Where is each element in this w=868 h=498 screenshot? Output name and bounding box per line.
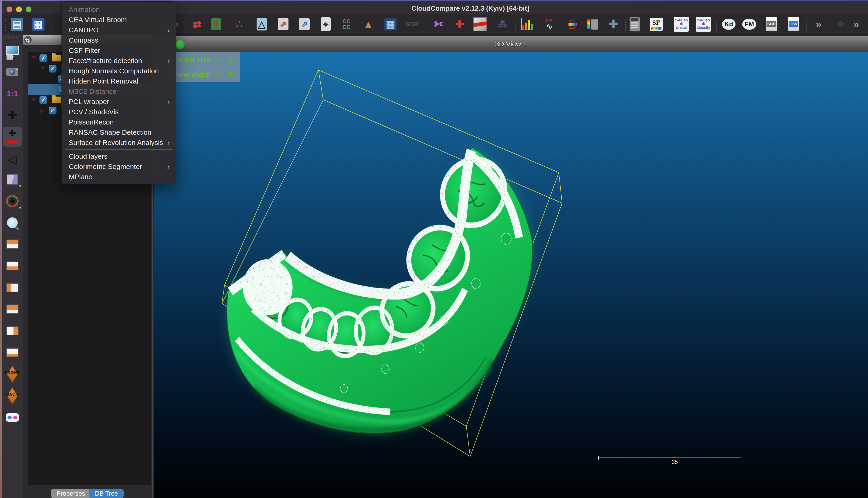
view-settings-hud: lt point size−+lt line width−+ <box>167 52 240 82</box>
menu-item-pcl-wrapper[interactable]: PCL wrapper› <box>62 96 176 107</box>
view-right-icon[interactable] <box>3 321 22 341</box>
view-top-icon[interactable] <box>3 235 22 254</box>
pick-rotation-center-icon[interactable]: ✚ <box>3 105 22 125</box>
menu-item-surface-of-revolution-analysis[interactable]: Surface of Revolution Analysis› <box>62 137 176 148</box>
iso-front-view-icon[interactable]: FRONT <box>3 364 22 384</box>
sidebar-drag-handle[interactable] <box>5 37 19 38</box>
menu-item-pcv-shadevis[interactable]: PCV / ShadeVis <box>62 107 176 117</box>
view-back-icon[interactable] <box>3 300 22 319</box>
zoom-button[interactable] <box>26 6 31 12</box>
align-clouds-icon[interactable]: ⇄ <box>190 17 205 32</box>
menu-item-facet-fracture-detection[interactable]: Facet/fracture detection› <box>62 56 176 66</box>
toolbar-drag-handle[interactable] <box>5 18 6 31</box>
mesh-delaunay-icon[interactable]: △ <box>254 17 269 32</box>
clipping-box-icon[interactable] <box>472 17 488 32</box>
tab-db-tree[interactable]: DB Tree <box>89 489 124 498</box>
hud-row: lt point size−+ <box>170 54 237 66</box>
toolbar-separator <box>716 18 717 31</box>
sensor-view-icon[interactable]: ⌖ <box>318 17 333 32</box>
toolbar-overflow-icon[interactable]: » <box>811 17 826 32</box>
menu-item-animation: Animation <box>62 4 176 15</box>
export-csv-icon[interactable]: CSV <box>786 17 801 32</box>
cloud-cloud-distance-icon[interactable]: ⇗ <box>276 17 290 32</box>
filter-by-value-icon[interactable]: ρ,σ∿ <box>542 17 557 32</box>
visibility-checkbox[interactable]: ✓ <box>39 54 47 62</box>
sf-tools-icon[interactable]: SF <box>649 17 663 32</box>
calculator-icon[interactable] <box>627 17 642 32</box>
tab-properties[interactable]: Properties <box>51 489 91 498</box>
canupo-classify-icon[interactable]: CANUPO✱Classify <box>696 17 711 32</box>
increase-button[interactable]: + <box>224 55 237 64</box>
plugins-puzzle-icon[interactable]: ❖ <box>833 17 848 32</box>
stereo-mode-icon[interactable] <box>3 408 22 427</box>
histogram-icon[interactable] <box>520 17 534 32</box>
view-bottom-icon[interactable] <box>3 256 22 276</box>
toolbar-separator <box>51 18 51 31</box>
menu-item-compass[interactable]: Compass <box>62 35 176 45</box>
decrease-button[interactable]: − <box>211 69 224 79</box>
pivot-visibility-icon[interactable]: ▾ <box>3 170 22 189</box>
toolbar-separator <box>515 18 516 31</box>
minimize-button[interactable] <box>16 6 22 12</box>
visibility-checkbox[interactable]: ✓ <box>39 96 47 104</box>
zoom-fit-icon[interactable] <box>3 213 22 233</box>
kd-tree-icon[interactable]: Kd <box>721 17 736 32</box>
cc-logo-icon[interactable]: CCCC <box>339 17 354 32</box>
visibility-checkbox[interactable]: ✓ <box>49 107 56 115</box>
menu-item-hough-normals-computation[interactable]: Hough Normals Computation <box>62 66 176 76</box>
decrease-button[interactable]: − <box>211 55 224 64</box>
zoom-1-1-icon[interactable]: 1:1 <box>3 84 22 103</box>
sf-minmax-icon[interactable]: minmax <box>565 17 580 32</box>
toolbar-separator <box>670 18 670 31</box>
submenu-arrow-icon: › <box>167 139 170 147</box>
float-panel-button[interactable] <box>24 36 32 43</box>
noise-points-icon[interactable]: ∴ <box>232 17 247 32</box>
dropdown-chevron-icon: ▾ <box>19 184 21 189</box>
canupo-create-icon[interactable]: CANUPO✱Create <box>674 17 689 32</box>
translate-rotate-icon[interactable]: ✚ <box>452 17 467 32</box>
tree-expand-caret[interactable] <box>40 67 46 70</box>
close-button[interactable] <box>7 6 12 12</box>
iso-back-view-icon[interactable]: BACK <box>3 386 22 406</box>
menu-item-m3c2-distance: M3C2 Distance <box>62 86 176 96</box>
toolbar-separator <box>425 18 425 31</box>
save-file-icon[interactable]: ▦ <box>31 17 46 32</box>
toolbar-overflow-2-icon[interactable]: » <box>849 17 864 32</box>
export-shp-icon[interactable]: SHP <box>764 17 779 32</box>
view-left-icon[interactable] <box>3 278 22 298</box>
primitive-factory-icon[interactable]: ▲ <box>361 17 376 32</box>
fullscreen-display-icon[interactable] <box>3 40 22 60</box>
menu-item-cea-virtual-broom[interactable]: CEA Virtual Broom <box>62 15 176 25</box>
sor-filter-icon[interactable]: SOR <box>404 17 419 32</box>
menu-item-canupo[interactable]: CANUPO› <box>62 25 176 35</box>
visibility-checkbox[interactable]: ✓ <box>49 65 56 73</box>
menu-item-ransac-shape-detection[interactable]: RANSAC Shape Detection <box>62 127 176 137</box>
view-front-icon[interactable] <box>3 343 22 362</box>
point-list-picking-icon[interactable]: ⁂ <box>495 17 510 32</box>
menu-item-hidden-point-removal[interactable]: Hidden Point Removal <box>62 76 176 86</box>
open-file-icon[interactable]: ▤ <box>10 17 24 32</box>
screenshot-camera-icon[interactable] <box>3 62 22 82</box>
scale-bar: 35 <box>598 456 741 465</box>
menu-item-colorimetric-segmenter[interactable]: Colorimetric Segmenter› <box>62 161 176 172</box>
tree-expand-caret[interactable] <box>31 98 36 101</box>
previous-view-icon[interactable]: ◁ <box>3 149 22 169</box>
tree-expand-caret[interactable] <box>40 108 44 114</box>
menu-item-mplane[interactable]: MPlane <box>62 172 176 182</box>
tree-expand-caret[interactable] <box>31 56 36 59</box>
fm-icon[interactable]: FM <box>742 17 757 32</box>
cloud-mesh-distance-icon[interactable]: ⇗ <box>297 17 312 32</box>
menu-item-csf-filter[interactable]: CSF Filter <box>62 45 176 56</box>
hud-row: lt line width−+ <box>170 68 237 80</box>
menu-item-cloud-layers[interactable]: Cloud layers <box>62 151 176 161</box>
submenu-arrow-icon: › <box>167 26 170 35</box>
interaction-mode-icon[interactable]: ✚▾ <box>3 191 22 211</box>
delete-scalar-field-icon[interactable] <box>585 17 600 32</box>
increase-button[interactable]: + <box>224 69 237 79</box>
menu-item-poissonrecon[interactable]: PoissonRecon <box>62 117 176 127</box>
compute-octree-icon[interactable]: ▦ <box>383 17 398 32</box>
segment-scissors-icon[interactable]: ✄ <box>431 17 446 32</box>
add-icon[interactable]: ✚ <box>606 17 621 32</box>
fine-registration-icon[interactable]: ⇑ <box>209 17 223 32</box>
auto-pick-center-icon[interactable]: ✚auto <box>3 127 22 147</box>
